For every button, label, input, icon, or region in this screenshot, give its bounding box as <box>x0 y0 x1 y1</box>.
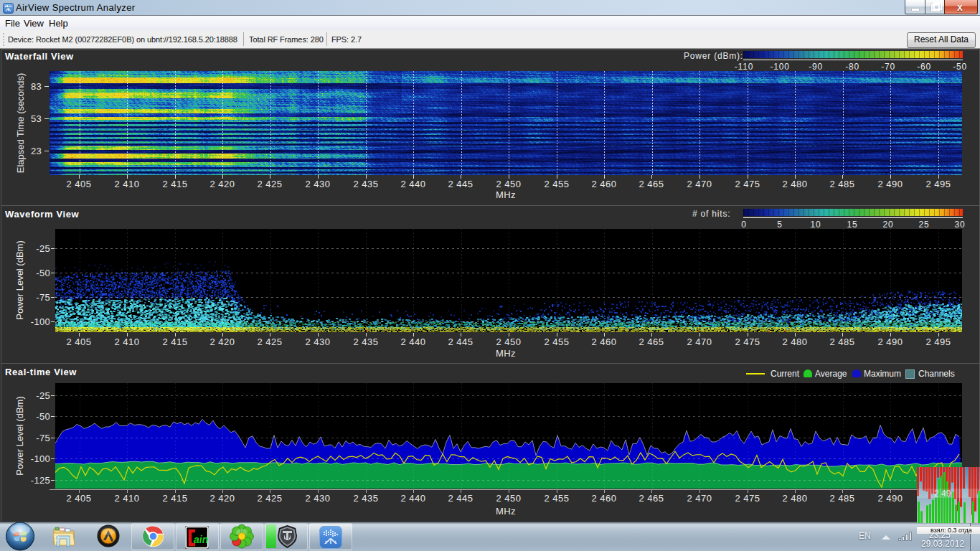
svg-text:ain: ain <box>194 534 208 545</box>
